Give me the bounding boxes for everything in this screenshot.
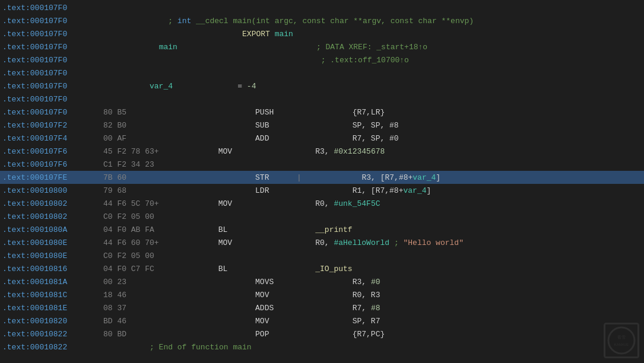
- bytes: 45 F2 78 63+: [103, 147, 163, 156]
- address: .text:000107F0: [2, 43, 103, 52]
- mnemonic: BL: [218, 265, 260, 273]
- code-line: .text:00010800 79 68 LDR R1, [R7,#8+var_…: [0, 184, 644, 197]
- mnemonic: MOV: [255, 317, 297, 326]
- operands: R7,: [353, 304, 371, 313]
- operand-num: #8: [371, 304, 380, 313]
- address: .text:000107F0: [2, 82, 103, 91]
- var-value: -4: [247, 82, 256, 91]
- code-line: .text:000107F4 00 AF ADD R7, SP, #0: [0, 132, 644, 145]
- bytes: 7B 60: [103, 173, 163, 182]
- address: .text:000107F2: [2, 121, 103, 130]
- code-line: .text:00010820 BD 46 MOV SP, R7: [0, 314, 644, 327]
- code-line: .text:000107F6 45 F2 78 63+ MOV R3, #0x1…: [0, 145, 644, 158]
- address: .text:000107F0: [2, 108, 103, 117]
- mnemonic: MOV: [218, 238, 260, 247]
- code-line: .text:000107F2 82 B0 SUB SP, SP, #8: [0, 119, 644, 132]
- address: .text:00010800: [2, 186, 103, 195]
- watermark: 看雪 KANXUE: [604, 323, 639, 358]
- code-line: .text:00010822 ; End of function main: [0, 340, 644, 354]
- address: .text:000107F0: [2, 17, 103, 26]
- mnemonic: MOV: [218, 199, 260, 208]
- bytes: 79 68: [103, 186, 163, 195]
- watermark-logo: 看雪 KANXUE: [604, 323, 639, 358]
- code-line-highlighted: .text:000107FE 7B 60 STR | R3, [R7,#8+va…: [0, 171, 644, 184]
- address: .text:00010822: [2, 330, 103, 339]
- operands: R0, R3: [353, 291, 380, 300]
- code-line: .text:0001081C 18 46 MOV R0, R3: [0, 288, 644, 301]
- code-line: .text:0001080A 04 F0 AB FA BL __printf: [0, 223, 644, 236]
- bytes: 80 B5: [103, 108, 163, 117]
- address: .text:000107F0: [2, 4, 103, 12]
- svg-text:KANXUE: KANXUE: [614, 343, 629, 346]
- mnemonic: MOV: [255, 291, 297, 300]
- address: .text:0001080E: [2, 251, 103, 260]
- code-line: .text:00010822 80 BD POP {R7,PC}: [0, 327, 644, 340]
- code-line: .text:000107F0 ; int __cdecl main(int ar…: [0, 14, 644, 27]
- code-line: .text:000107F0 ; .text:off_10700↑o: [0, 53, 644, 66]
- bytes: 08 37: [103, 304, 163, 313]
- export-keyword: EXPORT: [242, 30, 270, 39]
- equals: =: [237, 82, 247, 91]
- address: .text:0001081E: [2, 304, 103, 313]
- string-value: "Hello world": [404, 238, 464, 247]
- bytes: 00 AF: [103, 134, 163, 143]
- operand-num: #0: [371, 278, 380, 286]
- address: .text:000107F6: [2, 160, 103, 169]
- address: .text:0001080A: [2, 225, 103, 234]
- export-label: main: [275, 30, 293, 39]
- bytes: 44 F6 60 70+: [103, 238, 163, 247]
- mnemonic: SUB: [255, 121, 297, 130]
- address: .text:00010802: [2, 199, 103, 208]
- bytes: 18 46: [103, 291, 163, 300]
- comment: ;: [168, 17, 177, 26]
- operands: R0,: [315, 199, 334, 208]
- address: .text:000107F0: [2, 69, 103, 78]
- operands: R3,: [353, 278, 371, 286]
- address: .text:00010802: [2, 212, 103, 221]
- operands: SP, SP, #8: [353, 121, 399, 130]
- func-ref: __printf: [315, 225, 352, 234]
- code-line: .text:0001081E 08 37 ADDS R7, #8: [0, 301, 644, 314]
- disassembly-view[interactable]: .text:000107F0 .text:000107F0 ; int __cd…: [0, 0, 644, 363]
- address: .text:000107F0: [2, 95, 103, 104]
- code-line: .text:000107F6 C1 F2 34 23: [0, 158, 644, 171]
- code-line: .text:0001081A 00 23 MOVS R3, #0: [0, 275, 644, 288]
- address: .text:00010822: [2, 343, 103, 352]
- code-line: .text:000107F0 var_4 = -4: [0, 79, 644, 93]
- bytes: C0 F2 05 00: [103, 251, 154, 260]
- code-line: .text:000107F0 main ; DATA XREF: _start+…: [0, 40, 644, 53]
- mnemonic: ADD: [255, 134, 297, 143]
- operands: R0,: [315, 238, 334, 247]
- address: .text:00010816: [2, 265, 103, 273]
- address: .text:0001080E: [2, 238, 103, 247]
- address: .text:0001081C: [2, 291, 103, 300]
- keyword-int: int: [177, 17, 191, 26]
- mnemonic: MOV: [218, 147, 260, 156]
- address: .text:000107F4: [2, 134, 103, 143]
- operands: SP, R7: [353, 317, 380, 326]
- address: .text:000107F0: [2, 30, 103, 39]
- xref-comment2: ; .text:off_10700↑o: [321, 56, 409, 65]
- xref-comment: ; DATA XREF: _start+18↑o: [316, 43, 427, 52]
- mnemonic: PUSH: [255, 108, 297, 117]
- code-line: .text:0001080E 44 F6 60 70+ MOV R0, #aHe…: [0, 236, 644, 249]
- bytes: 44 F6 5C 70+: [103, 199, 163, 208]
- comment-text: __cdecl main(int argc, const char **argv…: [191, 17, 474, 26]
- svg-text:看雪: 看雪: [617, 335, 626, 339]
- bytes: 04 F0 C7 FC: [103, 265, 163, 273]
- mnemonic: POP: [255, 330, 297, 339]
- bytes: 82 B0: [103, 121, 163, 130]
- var-ref: var_4: [413, 173, 436, 182]
- mnemonic: STR: [255, 173, 297, 182]
- bytes: C0 F2 05 00: [103, 212, 154, 221]
- mnemonic: LDR: [255, 186, 297, 195]
- address: .text:000107F6: [2, 147, 103, 156]
- end-comment: ; End of function main: [150, 343, 252, 352]
- operands: R1, [R7,#8+: [353, 186, 404, 195]
- str-ref: #aHelloWorld: [334, 238, 389, 247]
- var-ref: var_4: [403, 186, 426, 195]
- address: .text:000107FE: [2, 173, 103, 182]
- operand-hex: #0x12345678: [334, 147, 385, 156]
- code-line: .text:000107F0: [0, 66, 644, 79]
- code-line: .text:00010802 C0 F2 05 00: [0, 210, 644, 223]
